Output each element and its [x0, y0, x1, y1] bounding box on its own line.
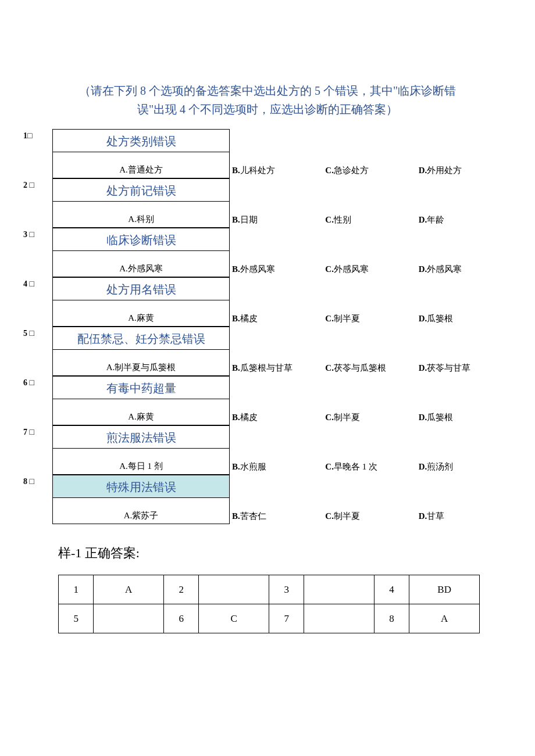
row-number: 4	[23, 280, 27, 288]
options-row: A.麻黄B.橘皮C.制半夏D.瓜篓根	[23, 399, 512, 425]
answer-val: A	[409, 604, 480, 633]
option-c[interactable]: C.制半夏	[325, 412, 418, 423]
option-c[interactable]: C.性别	[325, 214, 418, 225]
row-number: 3	[23, 230, 27, 239]
category-title: 煎法服法错误	[52, 425, 230, 449]
row-number: 5	[23, 329, 27, 338]
option-d[interactable]: D.甘草	[419, 511, 512, 522]
option-a[interactable]: A.麻黄	[52, 399, 230, 425]
option-b[interactable]: B.瓜篓根与甘草	[232, 363, 325, 374]
question-number: 8 □	[23, 477, 34, 486]
options-row: A.每日 1 剂B.水煎服C.早晚各 1 次D.煎汤剂	[23, 449, 512, 475]
row-number: 7	[23, 428, 27, 436]
option-bcd-group: B.瓜篓根与甘草C.茯苓与瓜篓根D.茯苓与甘草	[230, 363, 512, 376]
questions-list: 1□处方类别错误A.普通处方B.儿科处方C.急诊处方D.外用处方2 □处方前记错…	[23, 129, 512, 524]
answer-val: BD	[409, 575, 480, 604]
answer-val	[304, 604, 374, 633]
answer-num: 3	[269, 575, 304, 604]
page-container: （请在下列 8 个选项的备选答案中选出处方的 5 个错误，其中"临床诊断错误"出…	[0, 0, 535, 633]
checkbox-icon[interactable]: □	[27, 378, 34, 387]
option-bcd-group: B.橘皮C.制半夏D.瓜篓根	[230, 412, 512, 425]
option-b[interactable]: B.橘皮	[232, 412, 325, 423]
answer-val	[304, 575, 374, 604]
options-row: A.制半夏与瓜篓根B.瓜篓根与甘草C.茯苓与瓜篓根D.茯苓与甘草	[23, 350, 512, 376]
answer-num: 5	[59, 604, 94, 633]
category-title: 临床诊断错误	[52, 228, 230, 251]
answer-row: 1 A 2 3 4 BD	[59, 575, 480, 604]
option-d[interactable]: D.年龄	[419, 214, 512, 225]
checkbox-icon[interactable]: □	[27, 428, 34, 436]
option-b[interactable]: B.水煎服	[232, 461, 325, 472]
option-b[interactable]: B.日期	[232, 214, 325, 225]
option-c[interactable]: C.制半夏	[325, 511, 418, 522]
checkbox-icon[interactable]: □	[27, 230, 34, 239]
answer-val	[199, 575, 269, 604]
option-d[interactable]: D.瓜篓根	[419, 313, 512, 324]
answer-num: 8	[374, 604, 409, 633]
question-block: 5 □配伍禁忌、妊分禁忌错误A.制半夏与瓜篓根B.瓜篓根与甘草C.茯苓与瓜篓根D…	[23, 327, 512, 376]
option-b[interactable]: B.外感风寒	[232, 264, 325, 275]
option-b[interactable]: B.儿科处方	[232, 165, 325, 176]
answer-row: 5 6 C 7 8 A	[59, 604, 480, 633]
category-title: 特殊用法错误	[52, 475, 230, 498]
option-bcd-group: B.橘皮C.制半夏D.瓜篓根	[230, 313, 512, 327]
question-number: 6 □	[23, 378, 34, 388]
option-c[interactable]: C.茯苓与瓜篓根	[325, 363, 418, 374]
question-number: 1□	[23, 131, 32, 141]
options-row: A.普通处方B.儿科处方C.急诊处方D.外用处方	[23, 152, 512, 178]
option-b[interactable]: B.橘皮	[232, 313, 325, 324]
checkbox-icon[interactable]: □	[27, 477, 34, 486]
question-number: 2 □	[23, 181, 34, 190]
option-a[interactable]: A.麻黄	[52, 300, 230, 327]
answer-num: 6	[163, 604, 198, 633]
option-a[interactable]: A.紫苏子	[52, 498, 230, 524]
option-bcd-group: B.儿科处方C.急诊处方D.外用处方	[230, 165, 512, 178]
question-block: 1□处方类别错误A.普通处方B.儿科处方C.急诊处方D.外用处方	[23, 129, 512, 178]
answer-val	[94, 604, 164, 633]
option-c[interactable]: C.外感风寒	[325, 264, 418, 275]
answer-num: 4	[374, 575, 409, 604]
option-d[interactable]: D.外用处方	[419, 165, 512, 176]
checkbox-icon[interactable]: □	[27, 280, 34, 288]
question-block: 8 □特殊用法错误A.紫苏子B.苦杏仁C.制半夏D.甘草	[23, 475, 512, 524]
question-number: 3 □	[23, 230, 34, 239]
options-row: A.麻黄B.橘皮C.制半夏D.瓜篓根	[23, 300, 512, 327]
row-number: 1	[23, 131, 27, 140]
option-bcd-group: B.日期C.性别D.年龄	[230, 214, 512, 228]
question-number: 5 □	[23, 329, 34, 338]
option-d[interactable]: D.茯苓与甘草	[419, 363, 512, 374]
question-block: 6 □有毒中药超量A.麻黄B.橘皮C.制半夏D.瓜篓根	[23, 376, 512, 425]
option-c[interactable]: C.急诊处方	[325, 165, 418, 176]
checkbox-icon[interactable]: □	[27, 181, 34, 189]
question-block: 7 □煎法服法错误A.每日 1 剂B.水煎服C.早晚各 1 次D.煎汤剂	[23, 425, 512, 475]
option-a[interactable]: A.外感风寒	[52, 251, 230, 277]
category-title: 有毒中药超量	[52, 376, 230, 399]
question-number: 7 □	[23, 428, 34, 437]
question-block: 3 □临床诊断错误A.外感风寒B.外感风寒C.外感风寒D.外感风寒	[23, 228, 512, 277]
option-d[interactable]: D.瓜篓根	[419, 412, 512, 423]
option-d[interactable]: D.煎汤剂	[419, 461, 512, 472]
option-c[interactable]: C.早晚各 1 次	[325, 461, 418, 472]
option-a[interactable]: A.普通处方	[52, 152, 230, 178]
row-number: 2	[23, 181, 27, 189]
category-title: 处方类别错误	[52, 129, 230, 152]
question-block: 4 □处方用名错误A.麻黄B.橘皮C.制半夏D.瓜篓根	[23, 277, 512, 327]
option-c[interactable]: C.制半夏	[325, 313, 418, 324]
answer-title: 样-1 正确答案:	[58, 544, 512, 562]
row-number: 8	[23, 477, 27, 486]
option-bcd-group: B.外感风寒C.外感风寒D.外感风寒	[230, 264, 512, 277]
category-title: 处方用名错误	[52, 277, 230, 300]
option-a[interactable]: A.制半夏与瓜篓根	[52, 350, 230, 376]
checkbox-icon[interactable]: □	[27, 329, 34, 338]
question-block: 2 □处方前记错误A.科别B.日期C.性别D.年龄	[23, 178, 512, 228]
option-a[interactable]: A.每日 1 剂	[52, 449, 230, 475]
option-a[interactable]: A.科别	[52, 202, 230, 228]
checkbox-icon[interactable]: □	[27, 131, 32, 140]
option-bcd-group: B.苦杏仁C.制半夏D.甘草	[230, 511, 512, 524]
answer-num: 2	[163, 575, 198, 604]
answer-num: 7	[269, 604, 304, 633]
instruction-text: （请在下列 8 个选项的备选答案中选出处方的 5 个错误，其中"临床诊断错误"出…	[70, 81, 465, 119]
option-b[interactable]: B.苦杏仁	[232, 511, 325, 522]
options-row: A.科别B.日期C.性别D.年龄	[23, 202, 512, 228]
option-d[interactable]: D.外感风寒	[419, 264, 512, 275]
